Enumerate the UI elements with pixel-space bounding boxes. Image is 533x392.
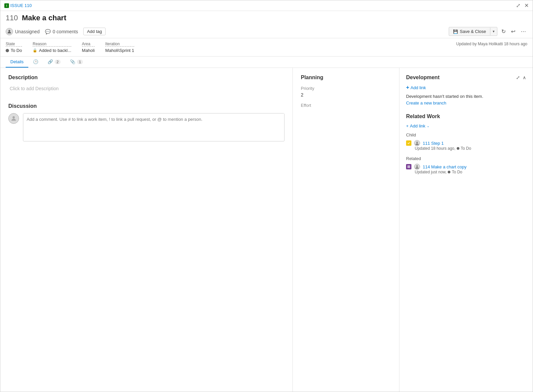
expand-icon[interactable]: ⤢ [516, 2, 520, 9]
priority-value[interactable]: 2 [301, 92, 391, 98]
child-category: Child 111 Step 1 Updated 18 [406, 132, 526, 151]
tab-attachments[interactable]: 📎 1 [65, 57, 88, 68]
related-label: Related [406, 156, 526, 161]
comment-input[interactable] [23, 113, 284, 140]
state-field-group: State To Do [6, 42, 22, 53]
child-item-link[interactable]: 111 Step 1 [423, 141, 444, 146]
related-item-status-dot [448, 171, 450, 173]
related-work-section: Related Work + Add link ⌄ Child [406, 113, 526, 174]
refresh-button[interactable]: ↻ [500, 27, 507, 36]
tab-details[interactable]: Details [6, 57, 28, 68]
action-bar: Unassigned 💬 0 comments Add tag 💾 Save &… [0, 25, 533, 38]
related-work-dropdown-arrow: ⌄ [427, 124, 429, 128]
related-item-avatar [414, 164, 420, 170]
svg-point-1 [13, 116, 15, 118]
reason-value[interactable]: 🔒 Added to backl... [33, 48, 71, 53]
comments-section[interactable]: 💬 0 comments [45, 29, 78, 34]
development-title: Development [406, 75, 439, 81]
development-expand-button[interactable]: ⤢ [516, 75, 520, 80]
link-icon: 🔗 [48, 59, 53, 64]
updated-info: Updated by Maya Holikatti 18 hours ago [456, 42, 527, 46]
right-panel: Development ⤢ ∧ + Add link Development h… [399, 68, 533, 392]
description-section: Description Click to add Description [8, 75, 284, 93]
related-item-updated: Updated just now, [415, 170, 446, 174]
child-item-avatar [414, 140, 420, 146]
child-item-meta: Updated 18 hours ago, To Do [415, 146, 526, 151]
comment-input-wrapper[interactable] [23, 113, 284, 141]
issue-icon: i [4, 3, 9, 8]
issue-title[interactable]: Make a chart [22, 14, 66, 22]
tab-links[interactable]: 🔗 2 [43, 57, 65, 68]
area-value[interactable]: Maholi [82, 48, 95, 53]
related-item-row: 114 Make a chart copy [406, 164, 526, 170]
effort-field: Effort [301, 103, 391, 108]
issue-link[interactable]: i ISSUE 110 [4, 3, 32, 8]
lock-icon: 🔒 [33, 48, 37, 53]
save-close-dropdown[interactable]: ▾ [490, 28, 497, 35]
planning-title: Planning [301, 75, 391, 81]
comments-count[interactable]: 0 comments [53, 29, 78, 34]
child-item-status: To Do [461, 146, 471, 151]
reason-label: Reason [33, 42, 71, 47]
attachments-count: 1 [77, 60, 83, 64]
undo-button[interactable]: ↩ [510, 27, 517, 36]
svg-point-4 [416, 165, 418, 167]
child-item-111: 111 Step 1 Updated 18 hours ago, To Do [406, 140, 526, 151]
planning-panel: Planning Priority 2 Effort [293, 68, 399, 392]
iteration-field-group: Iteration Maholi\Sprint 1 [105, 42, 134, 53]
area-field-group: Area Maholi [82, 42, 95, 53]
iteration-value[interactable]: Maholi\Sprint 1 [105, 48, 134, 53]
window-controls: ⤢ ✕ [516, 2, 529, 9]
user-avatar-small [6, 28, 13, 35]
child-label: Child [406, 132, 526, 137]
comment-area [8, 113, 284, 141]
related-work-add-link-plus: + [406, 123, 409, 128]
discussion-title: Discussion [8, 103, 284, 109]
save-close-button[interactable]: 💾 Save & Close ▾ [449, 27, 497, 36]
attachment-icon: 📎 [70, 59, 75, 64]
priority-label: Priority [301, 86, 391, 91]
tabs-bar: Details 🕒 🔗 2 📎 1 [0, 57, 533, 68]
related-item-link[interactable]: 114 Make a chart copy [423, 164, 467, 169]
feature-type-icon [406, 164, 411, 169]
child-item-updated: Updated 18 hours ago, [415, 146, 455, 151]
related-work-add-link-button[interactable]: + Add link ⌄ [406, 123, 429, 128]
related-category: Related 114 Make a chart copy [406, 156, 526, 174]
create-branch-link[interactable]: Create a new branch [406, 100, 446, 105]
left-panel: Description Click to add Description Dis… [0, 68, 293, 392]
effort-label: Effort [301, 103, 391, 108]
task-checkbox-icon [406, 140, 411, 146]
save-icon: 💾 [453, 29, 458, 34]
add-tag-button[interactable]: Add tag [83, 28, 106, 35]
links-count: 2 [55, 60, 61, 64]
svg-point-0 [8, 30, 10, 31]
iteration-text: Maholi\Sprint 1 [105, 48, 134, 53]
child-item-status-dot [457, 147, 459, 150]
close-icon[interactable]: ✕ [524, 2, 529, 9]
development-add-link-label: Add link [410, 85, 426, 90]
related-work-add-link-label: Add link [410, 123, 425, 128]
issue-link-text[interactable]: ISSUE 110 [10, 3, 32, 8]
related-item-meta: Updated just now, To Do [415, 170, 526, 174]
svg-point-2 [416, 142, 418, 143]
more-options-button[interactable]: ⋯ [519, 27, 527, 36]
related-item-status: To Do [452, 170, 462, 174]
development-collapse-button[interactable]: ∧ [523, 75, 526, 80]
reason-field-group: Reason 🔒 Added to backl... [33, 42, 71, 53]
discussion-section: Discussion [8, 103, 284, 141]
assignee-label[interactable]: Unassigned [15, 29, 40, 34]
fields-bar: State To Do Reason 🔒 Added to backl... A… [0, 38, 533, 57]
related-work-title: Related Work [406, 113, 440, 119]
development-add-link-button[interactable]: + Add link [406, 85, 426, 91]
work-item-window: i ISSUE 110 ⤢ ✕ 110 Make a chart Unassig… [0, 0, 533, 392]
state-value[interactable]: To Do [6, 48, 22, 53]
assignee-section[interactable]: Unassigned [6, 28, 40, 35]
tab-history[interactable]: 🕒 [28, 57, 43, 68]
development-header-icons: ⤢ ∧ [516, 75, 526, 80]
svg-rect-3 [407, 165, 410, 168]
main-content: Description Click to add Description Dis… [0, 68, 533, 392]
child-item-row: 111 Step 1 [406, 140, 526, 146]
development-add-link-plus: + [406, 85, 409, 91]
description-placeholder[interactable]: Click to add Description [8, 85, 284, 93]
save-close-main[interactable]: 💾 Save & Close [449, 27, 490, 36]
